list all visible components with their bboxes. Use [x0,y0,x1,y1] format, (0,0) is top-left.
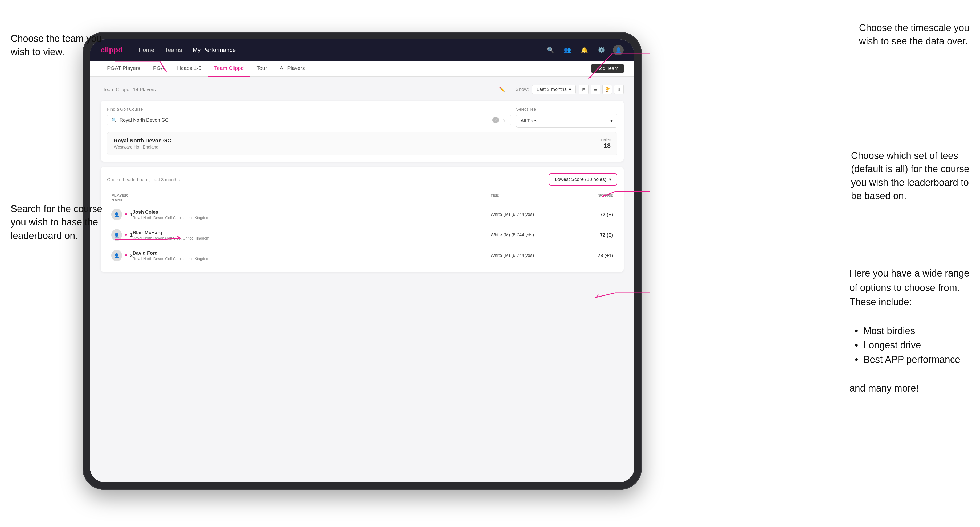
header-player: PLAYER NAME [111,193,133,202]
score-cell-3: 73 (+1) [570,253,613,259]
team-title: Team Clippd 14 Players [101,86,496,93]
heart-icon-2: ♥ [125,233,127,237]
tee-cell-2: White (M) (6,744 yds) [490,232,570,238]
annotation-top-right: Choose the timescale youwish to see the … [859,21,969,48]
table-row: 👤 ♥ 1 Josh Coles Royal North Devon Golf … [107,205,617,225]
ipad-frame: clippd Home Teams My Performance 🔍 👥 🔔 ⚙… [83,32,642,490]
table-row: 👤 ♥ 1 Blair McHarg Royal North Devon Gol… [107,225,617,245]
holes-number: 18 [601,142,611,149]
grid-view-btn[interactable]: ⊞ [579,85,589,94]
chevron-down-icon: ▾ [569,86,571,92]
tee-select-dropdown[interactable]: All Tees ▾ [516,114,617,128]
nav-link-home[interactable]: Home [138,46,154,54]
player-count: 14 Players [133,87,156,92]
course-location: Westward Ho!, England [114,145,171,149]
view-icons: ⊞ ☰ 🏆 ⬇ [579,85,624,94]
sub-nav-pgat[interactable]: PGAT Players [101,61,147,77]
show-dropdown[interactable]: Last 3 months ▾ [532,85,576,94]
top-nav: clippd Home Teams My Performance 🔍 👥 🔔 ⚙… [90,40,634,61]
course-info: Royal North Devon GC Westward Ho!, Engla… [114,138,171,149]
rank-2: 1 [130,232,133,238]
course-search-input[interactable] [119,117,490,123]
tee-cell-3: White (M) (6,744 yds) [490,253,570,258]
player-name-3: David Ford [133,251,490,256]
nav-icons: 🔍 👥 🔔 ⚙️ 👤 [545,45,624,56]
score-cell-1: 72 (E) [570,212,613,217]
player-rank-cell-3: 👤 ♥ 3 [111,250,133,261]
tee-select-label: Select Tee [516,107,617,112]
player-avatar-1: 👤 [111,209,122,221]
trophy-view-btn[interactable]: 🏆 [602,85,612,94]
tee-cell-1: White (M) (6,744 yds) [490,212,570,217]
heart-icon-3: ♥ [125,253,127,258]
add-team-button[interactable]: Add Team [592,63,624,73]
player-rank-cell-1: 👤 ♥ 1 [111,209,133,221]
player-info-2: Blair McHarg Royal North Devon Golf Club… [133,230,490,240]
app-container: clippd Home Teams My Performance 🔍 👥 🔔 ⚙… [90,40,634,482]
header-score: SCORE [570,193,613,202]
nav-link-teams[interactable]: Teams [165,46,182,54]
search-input-wrapper: 🔍 ✕ ☆ [107,114,511,126]
header-empty [133,193,490,202]
header-tee: TEE [490,193,570,202]
tee-select-field: Select Tee All Tees ▾ [516,107,617,128]
score-filter-dropdown[interactable]: Lowest Score (18 holes) ▾ [549,173,617,186]
find-course-label: Find a Golf Course [107,107,511,112]
sub-nav-hcaps[interactable]: Hcaps 1-5 [171,61,208,77]
search-section: Find a Golf Course 🔍 ✕ ☆ Select Tee [101,101,624,162]
main-content: Team Clippd 14 Players ✏️ Show: Last 3 m… [90,77,634,482]
sub-nav-tour[interactable]: Tour [250,61,273,77]
course-name: Royal North Devon GC [114,138,171,144]
ipad-screen: clippd Home Teams My Performance 🔍 👥 🔔 ⚙… [90,40,634,482]
heart-icon-1: ♥ [125,212,127,217]
star-button[interactable]: ☆ [501,117,506,123]
player-name-2: Blair McHarg [133,230,490,236]
holes-badge: Holes 18 [601,138,611,149]
clear-search-button[interactable]: ✕ [492,117,499,123]
nav-links: Home Teams My Performance [138,46,545,54]
annotation-middle-right: Choose which set of tees(default is all)… [851,149,969,203]
list-view-btn[interactable]: ☰ [591,85,600,94]
course-search-field: Find a Golf Course 🔍 ✕ ☆ [107,107,511,128]
leaderboard-header: Course Leaderboard, Last 3 months Lowest… [107,173,617,186]
player-rank-cell-2: 👤 ♥ 1 [111,229,133,241]
annotation-bottom-right: Here you have a wide rangeof options to … [850,266,969,395]
user-avatar[interactable]: 👤 [613,45,624,56]
annotation-top-left: Choose the team youwish to view. [11,32,102,59]
score-cell-2: 72 (E) [570,232,613,238]
player-club-1: Royal North Devon Golf Club, United King… [133,216,490,220]
player-club-2: Royal North Devon Golf Club, United King… [133,236,490,240]
sub-nav-teamclippd[interactable]: Team Clippd [208,61,250,77]
search-icon: 🔍 [111,117,117,123]
show-label: Show: [515,87,529,92]
score-chevron-icon: ▾ [609,176,611,182]
table-row: 👤 ♥ 3 David Ford Royal North Devon Golf … [107,245,617,266]
download-btn[interactable]: ⬇ [614,85,624,94]
settings-icon-btn[interactable]: ⚙️ [596,45,607,56]
search-icon-btn[interactable]: 🔍 [545,45,555,56]
player-info-3: David Ford Royal North Devon Golf Club, … [133,251,490,261]
holes-label: Holes [601,138,611,142]
player-avatar-2: 👤 [111,229,122,241]
edit-icon[interactable]: ✏️ [499,86,505,92]
sub-nav-allplayers[interactable]: All Players [273,61,311,77]
leaderboard-section: Course Leaderboard, Last 3 months Lowest… [101,167,624,272]
rank-1: 1 [130,212,133,217]
leaderboard-table: PLAYER NAME TEE SCORE 👤 ♥ 1 [107,191,617,266]
player-avatar-3: 👤 [111,250,122,261]
table-header: PLAYER NAME TEE SCORE [107,191,617,205]
player-name-1: Josh Coles [133,210,490,215]
tee-chevron-icon: ▾ [610,118,613,124]
player-info-1: Josh Coles Royal North Devon Golf Club, … [133,210,490,220]
nav-link-myperformance[interactable]: My Performance [193,46,236,54]
player-club-3: Royal North Devon Golf Club, United King… [133,257,490,261]
show-controls: Show: Last 3 months ▾ ⊞ ☰ 🏆 ⬇ [515,85,624,94]
annotation-middle-left: Search for the courseyou wish to base th… [11,202,102,243]
search-row: Find a Golf Course 🔍 ✕ ☆ Select Tee [107,107,617,128]
bell-icon-btn[interactable]: 🔔 [579,45,590,56]
sub-nav-pga[interactable]: PGA [147,61,171,77]
users-icon-btn[interactable]: 👥 [562,45,573,56]
sub-nav: PGAT Players PGA Hcaps 1-5 Team Clippd T… [90,61,634,77]
team-header: Team Clippd 14 Players ✏️ Show: Last 3 m… [101,85,624,94]
leaderboard-title: Course Leaderboard, Last 3 months [107,176,549,183]
